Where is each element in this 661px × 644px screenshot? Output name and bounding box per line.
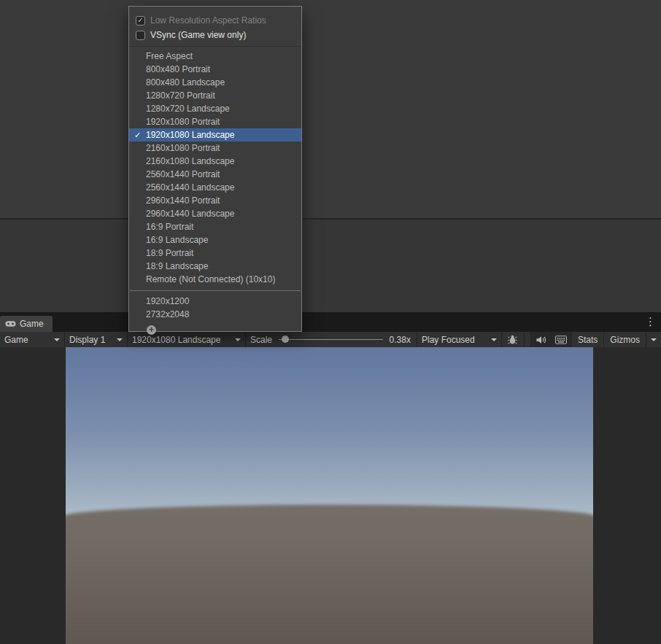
- menu-item-label: 2560x1440 Landscape: [146, 182, 234, 193]
- keyboard-icon: [555, 335, 567, 344]
- chevron-down-icon: [651, 338, 657, 341]
- kebab-menu-icon[interactable]: ⋮: [645, 314, 656, 329]
- menu-item[interactable]: 18:9 Landscape: [129, 260, 301, 273]
- mute-audio-button[interactable]: [531, 332, 552, 347]
- scale-value: 0.38x: [390, 335, 412, 345]
- menu-item[interactable]: 800x480 Portrait: [129, 63, 301, 76]
- bug-icon: [507, 334, 518, 345]
- game-mode-dropdown-label: Game: [4, 335, 28, 345]
- menu-item-label: Low Resolution Aspect Ratios: [150, 15, 266, 26]
- menu-item[interactable]: 1280x720 Portrait: [129, 89, 301, 102]
- gizmos-button-label: Gizmos: [610, 335, 640, 345]
- play-focused-dropdown[interactable]: Play Focused: [417, 332, 502, 347]
- menu-item-label: 1280x720 Portrait: [146, 90, 215, 101]
- gizmos-dropdown-arrow[interactable]: [646, 332, 661, 347]
- aspect-ratio-menu: ✓ Low Resolution Aspect Ratios VSync (Ga…: [128, 6, 302, 332]
- menu-item[interactable]: 1920x1080 Portrait: [129, 115, 301, 128]
- menu-item-label: 800x480 Portrait: [146, 64, 210, 74]
- menu-item-label: 2960x1440 Landscape: [146, 209, 234, 219]
- menu-item-vsync[interactable]: VSync (Game view only): [129, 28, 301, 42]
- stats-button-label: Stats: [578, 335, 598, 345]
- gizmos-button[interactable]: Gizmos: [604, 332, 646, 347]
- display-dropdown-label: Display 1: [69, 335, 105, 345]
- menu-item[interactable]: 2732x2048: [129, 308, 301, 321]
- menu-item[interactable]: 1280x720 Landscape: [129, 102, 301, 115]
- menu-item-label: 2732x2048: [146, 309, 189, 319]
- menu-item[interactable]: 2960x1440 Landscape: [129, 207, 301, 220]
- terrain-ground: [66, 505, 593, 644]
- checkbox-checked-icon[interactable]: ✓: [136, 16, 145, 26]
- chevron-down-icon: [235, 338, 241, 341]
- game-mode-dropdown[interactable]: Game: [0, 332, 65, 347]
- menu-item-label: 16:9 Portrait: [146, 222, 193, 232]
- scale-slider-knob[interactable]: [282, 335, 289, 343]
- onscreen-keyboard-button[interactable]: [552, 332, 572, 347]
- menu-item-label: 1920x1080 Landscape: [146, 130, 234, 140]
- menu-item[interactable]: 2160x1080 Portrait: [129, 141, 301, 155]
- menu-item-label: 1280x720 Landscape: [146, 104, 230, 114]
- menu-item-label: Remote (Not Connected) (10x10): [146, 274, 275, 284]
- menu-item[interactable]: Free Aspect: [129, 50, 301, 63]
- menu-item[interactable]: 18:9 Portrait: [129, 247, 301, 260]
- menu-item[interactable]: 2560x1440 Portrait: [129, 168, 301, 181]
- menu-item-label: 16:9 Landscape: [146, 235, 208, 245]
- game-render-frame: [66, 347, 593, 644]
- scale-slider-track: [279, 339, 383, 340]
- editor-background-top: [0, 0, 661, 220]
- menu-item-label: 18:9 Landscape: [146, 261, 208, 271]
- menu-item-label: 1920x1080 Portrait: [146, 117, 220, 127]
- tab-game[interactable]: Game: [0, 316, 53, 332]
- menu-item[interactable]: 800x480 Landscape: [129, 76, 301, 89]
- tab-game-label: Game: [20, 319, 44, 329]
- menu-separator: [129, 46, 301, 47]
- menu-item[interactable]: 1920x1200: [129, 295, 301, 308]
- menu-item-label: VSync (Game view only): [150, 30, 246, 40]
- game-view-tab-bar: Game ⋮: [0, 312, 661, 332]
- menu-item[interactable]: ✓1920x1080 Landscape: [129, 128, 301, 141]
- stats-button[interactable]: Stats: [572, 332, 604, 347]
- menu-item[interactable]: 2160x1080 Landscape: [129, 155, 301, 168]
- checkbox-unchecked-icon[interactable]: [136, 31, 145, 40]
- aspect-menu-custom-items: 1920x12002732x2048: [129, 295, 301, 321]
- plus-icon[interactable]: +: [147, 325, 156, 335]
- menu-item-label: 2960x1440 Portrait: [146, 195, 220, 206]
- gamepad-icon: [5, 320, 16, 327]
- chevron-down-icon: [117, 338, 123, 341]
- menu-item[interactable]: 2560x1440 Landscape: [129, 181, 301, 194]
- game-view-content-area: [0, 347, 661, 644]
- menu-item-label: 2560x1440 Portrait: [146, 169, 220, 179]
- chevron-down-icon: [54, 338, 60, 341]
- menu-item-label: 18:9 Portrait: [146, 248, 193, 258]
- menu-separator: [130, 290, 301, 291]
- menu-item-low-resolution-aspect-ratios[interactable]: ✓ Low Resolution Aspect Ratios: [129, 13, 301, 28]
- menu-item-label: Free Aspect: [146, 51, 193, 61]
- editor-background-middle: [0, 220, 661, 312]
- menu-item-label: 800x480 Landscape: [146, 77, 225, 88]
- play-focused-dropdown-label: Play Focused: [422, 335, 475, 345]
- display-dropdown[interactable]: Display 1: [65, 332, 128, 347]
- menu-item[interactable]: 16:9 Portrait: [129, 220, 301, 233]
- add-custom-resolution-row[interactable]: +: [129, 323, 301, 336]
- game-view-toolbar: Game Display 1 1920x1080 Landscape Scale…: [0, 332, 661, 347]
- menu-item-label: 1920x1200: [146, 296, 189, 306]
- menu-item-label: 2160x1080 Portrait: [146, 143, 220, 153]
- menu-item[interactable]: Remote (Not Connected) (10x10): [129, 273, 301, 286]
- checkmark-icon: ✓: [129, 128, 146, 141]
- aspect-menu-items: Free Aspect800x480 Portrait800x480 Lands…: [129, 50, 301, 286]
- debug-bug-button[interactable]: [502, 332, 525, 347]
- menu-item-label: 2160x1080 Landscape: [146, 156, 234, 166]
- aspect-menu-toggles: ✓ Low Resolution Aspect Ratios VSync (Ga…: [129, 7, 301, 42]
- toolbar-spacer: [525, 332, 531, 347]
- menu-item[interactable]: 16:9 Landscape: [129, 233, 301, 247]
- speaker-icon: [536, 335, 546, 344]
- chevron-down-icon: [491, 338, 497, 341]
- menu-item[interactable]: 2960x1440 Portrait: [129, 194, 301, 207]
